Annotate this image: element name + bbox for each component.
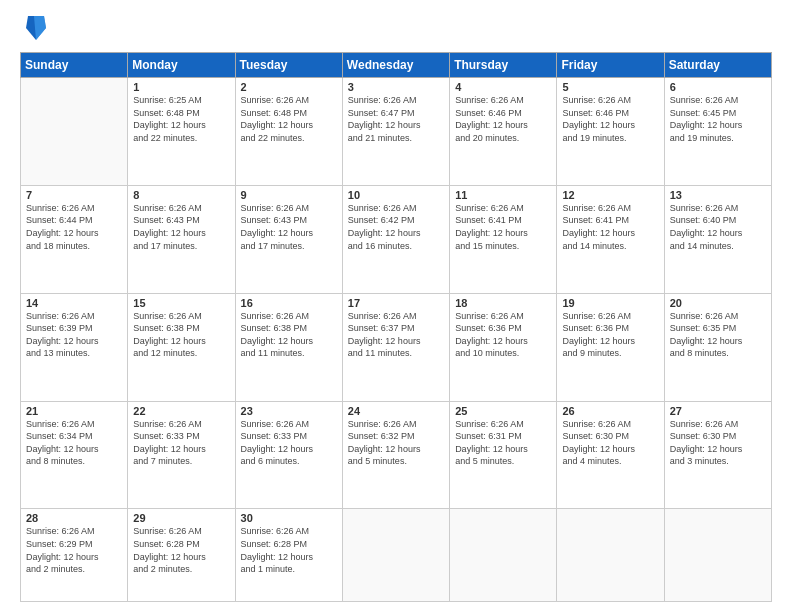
logo [20, 18, 48, 42]
day-number: 5 [562, 81, 658, 93]
day-number: 3 [348, 81, 444, 93]
day-number: 23 [241, 405, 337, 417]
col-saturday: Saturday [664, 53, 771, 78]
day-info: Sunrise: 6:26 AM Sunset: 6:33 PM Dayligh… [133, 418, 229, 468]
table-row: 27Sunrise: 6:26 AM Sunset: 6:30 PM Dayli… [664, 401, 771, 509]
day-info: Sunrise: 6:26 AM Sunset: 6:38 PM Dayligh… [241, 310, 337, 360]
table-row: 17Sunrise: 6:26 AM Sunset: 6:37 PM Dayli… [342, 293, 449, 401]
day-number: 12 [562, 189, 658, 201]
calendar-header-row: Sunday Monday Tuesday Wednesday Thursday… [21, 53, 772, 78]
table-row: 21Sunrise: 6:26 AM Sunset: 6:34 PM Dayli… [21, 401, 128, 509]
table-row [342, 509, 449, 602]
day-info: Sunrise: 6:26 AM Sunset: 6:40 PM Dayligh… [670, 202, 766, 252]
day-number: 13 [670, 189, 766, 201]
table-row: 11Sunrise: 6:26 AM Sunset: 6:41 PM Dayli… [450, 185, 557, 293]
svg-marker-1 [34, 16, 46, 40]
day-number: 7 [26, 189, 122, 201]
day-number: 26 [562, 405, 658, 417]
day-number: 20 [670, 297, 766, 309]
col-thursday: Thursday [450, 53, 557, 78]
table-row: 18Sunrise: 6:26 AM Sunset: 6:36 PM Dayli… [450, 293, 557, 401]
day-number: 30 [241, 512, 337, 524]
day-info: Sunrise: 6:26 AM Sunset: 6:39 PM Dayligh… [26, 310, 122, 360]
table-row: 23Sunrise: 6:26 AM Sunset: 6:33 PM Dayli… [235, 401, 342, 509]
day-info: Sunrise: 6:26 AM Sunset: 6:43 PM Dayligh… [133, 202, 229, 252]
table-row: 12Sunrise: 6:26 AM Sunset: 6:41 PM Dayli… [557, 185, 664, 293]
day-number: 19 [562, 297, 658, 309]
day-number: 4 [455, 81, 551, 93]
day-info: Sunrise: 6:26 AM Sunset: 6:36 PM Dayligh… [455, 310, 551, 360]
day-number: 8 [133, 189, 229, 201]
table-row [21, 78, 128, 186]
day-info: Sunrise: 6:26 AM Sunset: 6:48 PM Dayligh… [241, 94, 337, 144]
day-info: Sunrise: 6:26 AM Sunset: 6:46 PM Dayligh… [562, 94, 658, 144]
table-row: 6Sunrise: 6:26 AM Sunset: 6:45 PM Daylig… [664, 78, 771, 186]
day-info: Sunrise: 6:26 AM Sunset: 6:43 PM Dayligh… [241, 202, 337, 252]
day-number: 18 [455, 297, 551, 309]
table-row: 28Sunrise: 6:26 AM Sunset: 6:29 PM Dayli… [21, 509, 128, 602]
day-number: 28 [26, 512, 122, 524]
day-info: Sunrise: 6:26 AM Sunset: 6:28 PM Dayligh… [241, 525, 337, 575]
table-row: 1Sunrise: 6:25 AM Sunset: 6:48 PM Daylig… [128, 78, 235, 186]
calendar-table: Sunday Monday Tuesday Wednesday Thursday… [20, 52, 772, 602]
day-info: Sunrise: 6:26 AM Sunset: 6:28 PM Dayligh… [133, 525, 229, 575]
table-row: 2Sunrise: 6:26 AM Sunset: 6:48 PM Daylig… [235, 78, 342, 186]
table-row [450, 509, 557, 602]
day-number: 25 [455, 405, 551, 417]
table-row: 13Sunrise: 6:26 AM Sunset: 6:40 PM Dayli… [664, 185, 771, 293]
table-row: 24Sunrise: 6:26 AM Sunset: 6:32 PM Dayli… [342, 401, 449, 509]
day-number: 24 [348, 405, 444, 417]
day-info: Sunrise: 6:26 AM Sunset: 6:41 PM Dayligh… [562, 202, 658, 252]
table-row: 3Sunrise: 6:26 AM Sunset: 6:47 PM Daylig… [342, 78, 449, 186]
table-row: 26Sunrise: 6:26 AM Sunset: 6:30 PM Dayli… [557, 401, 664, 509]
header [20, 18, 772, 42]
day-number: 2 [241, 81, 337, 93]
day-info: Sunrise: 6:26 AM Sunset: 6:35 PM Dayligh… [670, 310, 766, 360]
day-info: Sunrise: 6:26 AM Sunset: 6:29 PM Dayligh… [26, 525, 122, 575]
day-info: Sunrise: 6:26 AM Sunset: 6:37 PM Dayligh… [348, 310, 444, 360]
col-monday: Monday [128, 53, 235, 78]
day-info: Sunrise: 6:26 AM Sunset: 6:46 PM Dayligh… [455, 94, 551, 144]
day-info: Sunrise: 6:26 AM Sunset: 6:36 PM Dayligh… [562, 310, 658, 360]
table-row: 15Sunrise: 6:26 AM Sunset: 6:38 PM Dayli… [128, 293, 235, 401]
day-info: Sunrise: 6:26 AM Sunset: 6:42 PM Dayligh… [348, 202, 444, 252]
day-number: 15 [133, 297, 229, 309]
logo-icon [24, 14, 48, 42]
table-row: 9Sunrise: 6:26 AM Sunset: 6:43 PM Daylig… [235, 185, 342, 293]
table-row: 20Sunrise: 6:26 AM Sunset: 6:35 PM Dayli… [664, 293, 771, 401]
day-number: 17 [348, 297, 444, 309]
day-info: Sunrise: 6:26 AM Sunset: 6:41 PM Dayligh… [455, 202, 551, 252]
table-row: 5Sunrise: 6:26 AM Sunset: 6:46 PM Daylig… [557, 78, 664, 186]
day-number: 22 [133, 405, 229, 417]
day-number: 29 [133, 512, 229, 524]
day-number: 1 [133, 81, 229, 93]
day-info: Sunrise: 6:26 AM Sunset: 6:44 PM Dayligh… [26, 202, 122, 252]
day-info: Sunrise: 6:26 AM Sunset: 6:32 PM Dayligh… [348, 418, 444, 468]
day-number: 14 [26, 297, 122, 309]
day-info: Sunrise: 6:26 AM Sunset: 6:31 PM Dayligh… [455, 418, 551, 468]
table-row: 4Sunrise: 6:26 AM Sunset: 6:46 PM Daylig… [450, 78, 557, 186]
day-info: Sunrise: 6:26 AM Sunset: 6:47 PM Dayligh… [348, 94, 444, 144]
table-row: 8Sunrise: 6:26 AM Sunset: 6:43 PM Daylig… [128, 185, 235, 293]
col-tuesday: Tuesday [235, 53, 342, 78]
col-friday: Friday [557, 53, 664, 78]
day-number: 21 [26, 405, 122, 417]
table-row: 25Sunrise: 6:26 AM Sunset: 6:31 PM Dayli… [450, 401, 557, 509]
day-number: 27 [670, 405, 766, 417]
day-number: 11 [455, 189, 551, 201]
table-row: 7Sunrise: 6:26 AM Sunset: 6:44 PM Daylig… [21, 185, 128, 293]
day-number: 10 [348, 189, 444, 201]
day-info: Sunrise: 6:26 AM Sunset: 6:30 PM Dayligh… [562, 418, 658, 468]
col-sunday: Sunday [21, 53, 128, 78]
day-info: Sunrise: 6:26 AM Sunset: 6:34 PM Dayligh… [26, 418, 122, 468]
table-row [664, 509, 771, 602]
table-row: 10Sunrise: 6:26 AM Sunset: 6:42 PM Dayli… [342, 185, 449, 293]
day-number: 9 [241, 189, 337, 201]
table-row: 19Sunrise: 6:26 AM Sunset: 6:36 PM Dayli… [557, 293, 664, 401]
table-row: 29Sunrise: 6:26 AM Sunset: 6:28 PM Dayli… [128, 509, 235, 602]
page: Sunday Monday Tuesday Wednesday Thursday… [0, 0, 792, 612]
day-number: 16 [241, 297, 337, 309]
day-info: Sunrise: 6:26 AM Sunset: 6:33 PM Dayligh… [241, 418, 337, 468]
table-row: 30Sunrise: 6:26 AM Sunset: 6:28 PM Dayli… [235, 509, 342, 602]
table-row: 14Sunrise: 6:26 AM Sunset: 6:39 PM Dayli… [21, 293, 128, 401]
